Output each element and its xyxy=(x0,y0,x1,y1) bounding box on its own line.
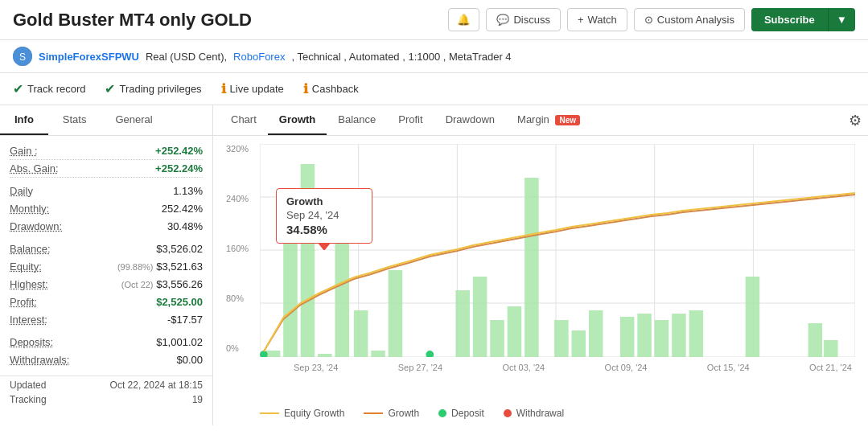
svg-rect-20 xyxy=(371,351,385,357)
chart-tab-balance[interactable]: Balance xyxy=(327,105,387,135)
filter-icon[interactable]: ⚙ xyxy=(849,112,862,129)
deposits-label: Deposits: xyxy=(10,336,53,348)
svg-rect-34 xyxy=(672,314,686,357)
tab-stats[interactable]: Stats xyxy=(48,105,101,135)
account-type: Real (USD Cent), xyxy=(146,51,227,63)
chart-tab-profit[interactable]: Profit xyxy=(387,105,434,135)
page-title: Gold Buster MT4 only GOLD xyxy=(13,10,252,31)
tab-info[interactable]: Info xyxy=(0,105,48,135)
svg-rect-33 xyxy=(655,320,669,357)
balance-label: Balance: xyxy=(10,243,51,255)
subscribe-main-button[interactable]: Subscribe xyxy=(751,8,828,31)
avatar: S xyxy=(13,47,32,66)
tracking-label: Tracking xyxy=(10,394,47,405)
abs-gain-label: Abs. Gain: xyxy=(10,162,59,174)
chart-tab-drawdown[interactable]: Drawdown xyxy=(434,105,506,135)
legend-deposit: Deposit xyxy=(438,408,484,419)
updated-label: Updated xyxy=(10,380,46,391)
monthly-value: 252.42% xyxy=(162,203,203,215)
left-panel: Info Stats General Gain : +252.42% Abs. … xyxy=(0,105,213,425)
svg-rect-17 xyxy=(318,354,332,357)
gain-value: +252.42% xyxy=(155,145,203,157)
monthly-row: Monthly: 252.42% xyxy=(10,200,203,218)
main-content: Info Stats General Gain : +252.42% Abs. … xyxy=(0,105,868,425)
gain-label: Gain : xyxy=(10,145,38,157)
discuss-button[interactable]: 💬 Discuss xyxy=(486,8,561,31)
equity-label: Equity: xyxy=(10,261,42,273)
chart-x-labels: Sep 23, '24 Sep 27, '24 Oct 03, '24 Oct … xyxy=(260,363,855,372)
custom-analysis-icon: ⊙ xyxy=(644,14,653,26)
abs-gain-row: Abs. Gain: +252.24% xyxy=(10,160,203,178)
watch-button[interactable]: + Watch xyxy=(567,8,627,31)
y-label-80: 80% xyxy=(226,293,254,303)
badge-cashback: ℹ Cashback xyxy=(303,81,359,96)
interest-row: Interest: -$17.57 xyxy=(10,311,203,329)
deposits-value: $1,001.02 xyxy=(156,336,203,348)
gain-row: Gain : +252.42% xyxy=(10,142,203,160)
svg-rect-30 xyxy=(589,310,603,357)
equity-row: Equity: (99.88%) $3,521.63 xyxy=(10,258,203,276)
author-tags: , Technical , Automated , 1:1000 , MetaT… xyxy=(291,51,511,63)
withdrawals-label: Withdrawals: xyxy=(10,354,69,366)
legend-withdrawal-label: Withdrawal xyxy=(516,408,564,419)
tracking-value: 19 xyxy=(192,394,203,405)
chart-tab-margin[interactable]: Margin New xyxy=(506,105,591,135)
chart-tooltip: Growth Sep 24, '24 34.58% xyxy=(276,188,372,244)
equity-growth-line xyxy=(260,412,279,414)
broker-link[interactable]: RoboForex xyxy=(233,51,285,63)
legend-equity-growth-label: Equity Growth xyxy=(284,408,344,419)
growth-line xyxy=(364,412,383,414)
equity-value: (99.88%) $3,521.63 xyxy=(117,261,203,273)
badges-row: ✔ Track record ✔ Trading privileges ℹ Li… xyxy=(0,73,868,105)
legend-growth-label: Growth xyxy=(388,408,419,419)
highest-row: Highest: (Oct 22) $3,556.26 xyxy=(10,276,203,293)
subscribe-dropdown-button[interactable]: ▼ xyxy=(828,8,855,31)
deposits-row: Deposits: $1,001.02 xyxy=(10,334,203,351)
svg-rect-27 xyxy=(525,178,539,357)
svg-rect-29 xyxy=(572,330,586,357)
svg-rect-21 xyxy=(389,270,403,357)
withdrawals-value: $0.00 xyxy=(176,354,203,366)
badge-cashback-label: Cashback xyxy=(312,83,359,95)
svg-rect-35 xyxy=(689,310,704,357)
chart-tab-growth[interactable]: Growth xyxy=(268,105,327,135)
chart-svg xyxy=(260,144,855,357)
legend-growth: Growth xyxy=(364,408,419,419)
custom-analysis-button[interactable]: ⊙ Custom Analysis xyxy=(634,8,745,31)
svg-rect-25 xyxy=(490,320,504,357)
highest-label: Highest: xyxy=(10,278,48,290)
header-actions: 🔔 💬 Discuss + Watch ⊙ Custom Analysis Su… xyxy=(448,8,855,31)
watch-icon: + xyxy=(578,14,584,26)
highest-note: (Oct 22) xyxy=(121,280,154,289)
drawdown-label: Drawdown: xyxy=(10,220,62,232)
author-row: S SimpleForexSFPWU Real (USD Cent), Robo… xyxy=(0,40,868,73)
info-section: Gain : +252.42% Abs. Gain: +252.24% Dail… xyxy=(0,136,212,375)
svg-rect-14 xyxy=(266,351,281,357)
tab-general[interactable]: General xyxy=(101,105,167,135)
svg-rect-15 xyxy=(283,237,298,357)
svg-text:S: S xyxy=(19,51,26,63)
author-link[interactable]: SimpleForexSFPWU xyxy=(39,51,139,63)
badge-live-update: ℹ Live update xyxy=(221,81,284,96)
y-label-320: 320% xyxy=(226,144,254,154)
badge-trading-privileges: ✔ Trading privileges xyxy=(105,81,201,96)
tooltip-date: Sep 24, '24 xyxy=(286,209,362,221)
x-label-oct21: Oct 21, '24 xyxy=(809,363,852,372)
bell-button[interactable]: 🔔 xyxy=(448,8,479,31)
discuss-icon: 💬 xyxy=(496,14,509,26)
profit-label: Profit: xyxy=(10,296,37,308)
legend-withdrawal: Withdrawal xyxy=(504,408,564,419)
watch-label: Watch xyxy=(587,14,616,26)
y-label-0: 0% xyxy=(226,343,254,353)
tooltip-title: Growth xyxy=(286,195,362,207)
updated-value: Oct 22, 2024 at 18:15 xyxy=(110,380,203,391)
chart-tab-chart[interactable]: Chart xyxy=(220,105,268,135)
daily-value: 1.13% xyxy=(173,185,203,197)
updated-row: Updated Oct 22, 2024 at 18:15 xyxy=(0,375,212,392)
highest-value: (Oct 22) $3,556.26 xyxy=(121,278,203,290)
svg-rect-19 xyxy=(354,310,368,357)
left-tabs: Info Stats General xyxy=(0,105,212,136)
tooltip-value: 34.58% xyxy=(286,223,362,236)
daily-label: Daily xyxy=(10,185,33,197)
svg-rect-28 xyxy=(554,320,569,357)
